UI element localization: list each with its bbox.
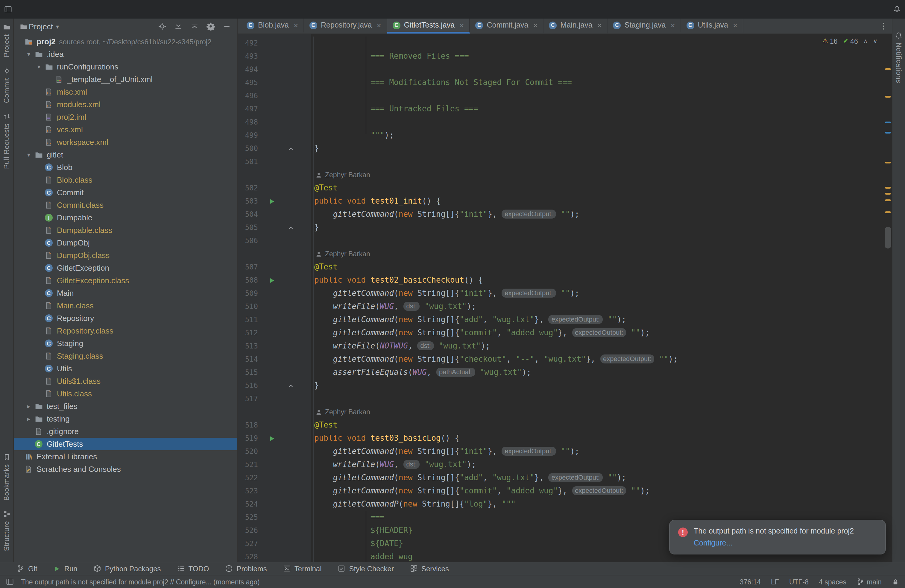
tree-item-repository-class[interactable]: Repository.class bbox=[14, 324, 237, 337]
warnings-indicator[interactable]: ⚠ 16 bbox=[822, 37, 837, 45]
tree-item-dumpobj-class[interactable]: DumpObj.class bbox=[14, 249, 237, 262]
tree-item-template-of-junit-xml[interactable]: _template__of_JUnit.xml bbox=[14, 73, 237, 86]
stripe-button-project[interactable]: Project bbox=[3, 19, 11, 62]
code-rows[interactable]: 492493 === Removed Files ===494495 === M… bbox=[238, 34, 884, 562]
configure-link[interactable]: Configure... bbox=[694, 539, 854, 547]
close-tab-icon[interactable]: × bbox=[670, 21, 675, 30]
tree-item-runconfigurations[interactable]: ▾runConfigurations bbox=[14, 60, 237, 73]
tree-item-staging-class[interactable]: Staging.class bbox=[14, 350, 237, 362]
tree-chevron-icon[interactable]: ▾ bbox=[24, 151, 33, 158]
tool-window-button-todo[interactable]: TODO bbox=[177, 564, 209, 573]
tree-item-gitletexception[interactable]: CGitletException bbox=[14, 262, 237, 274]
prev-problem-button[interactable]: ∧ bbox=[864, 38, 868, 44]
stripe-button-bookmarks[interactable]: Bookmarks bbox=[3, 448, 11, 505]
editor-body[interactable]: 492493 === Removed Files ===494495 === M… bbox=[238, 34, 892, 562]
tree-item-blob[interactable]: CBlob bbox=[14, 161, 237, 174]
stripe-mark[interactable] bbox=[885, 211, 891, 213]
status-message[interactable]: The output path is not specified for mod… bbox=[21, 578, 260, 585]
tree-item-test-files[interactable]: ▸test_files bbox=[14, 400, 237, 413]
tree-item-external-libraries[interactable]: External Libraries bbox=[14, 450, 237, 463]
tree-chevron-icon[interactable]: ▸ bbox=[24, 416, 33, 422]
close-tab-icon[interactable]: × bbox=[533, 21, 538, 30]
window-layout-icon[interactable] bbox=[6, 578, 14, 586]
line-separator[interactable]: LF bbox=[771, 578, 779, 585]
stripe-mark[interactable] bbox=[885, 193, 891, 195]
error-stripe[interactable] bbox=[884, 34, 892, 562]
tree-item-staging[interactable]: CStaging bbox=[14, 337, 237, 350]
run-test-button[interactable] bbox=[269, 198, 275, 207]
tool-window-button-terminal[interactable]: Terminal bbox=[283, 564, 322, 573]
tree-item-gitlettests[interactable]: CGitletTests bbox=[14, 438, 237, 450]
lock-indicator[interactable] bbox=[892, 578, 899, 585]
hide-panel-button[interactable] bbox=[223, 22, 231, 30]
tool-window-button-style-checker[interactable]: Style Checker bbox=[338, 564, 394, 573]
editor-tab-commit-java[interactable]: CCommit.java× bbox=[470, 19, 543, 33]
chevron-down-icon[interactable]: ▾ bbox=[56, 23, 59, 30]
close-tab-icon[interactable]: × bbox=[377, 21, 381, 30]
panel-settings-button[interactable] bbox=[206, 22, 215, 30]
tree-chevron-icon[interactable]: ▸ bbox=[24, 403, 33, 410]
next-problem-button[interactable]: ∨ bbox=[873, 38, 878, 44]
tree-item-vcs-xml[interactable]: vcs.xml bbox=[14, 123, 237, 136]
tool-window-button-services[interactable]: Services bbox=[410, 564, 449, 573]
indent-style[interactable]: 4 spaces bbox=[819, 578, 846, 585]
tree-item-main[interactable]: CMain bbox=[14, 287, 237, 299]
editor-tab-main-java[interactable]: CMain.java× bbox=[544, 19, 608, 33]
collapse-all-button[interactable] bbox=[191, 22, 199, 30]
close-tab-icon[interactable]: × bbox=[733, 21, 737, 30]
tree-item-workspace-xml[interactable]: workspace.xml bbox=[14, 136, 237, 148]
stripe-mark[interactable] bbox=[885, 122, 891, 123]
tool-windows-icon[interactable] bbox=[4, 5, 12, 13]
tree-item-commit[interactable]: CCommit bbox=[14, 186, 237, 199]
stripe-mark[interactable] bbox=[885, 68, 891, 70]
tree-item-main-class[interactable]: Main.class bbox=[14, 299, 237, 312]
tool-window-button-problems[interactable]: Problems bbox=[225, 564, 267, 573]
inspections-widget[interactable]: ⚠ 16 ✔ 46 ∧ ∨ bbox=[822, 37, 878, 45]
stripe-button-pull-requests[interactable]: Pull Requests bbox=[3, 108, 11, 173]
fold-region-icon[interactable] bbox=[288, 145, 294, 154]
editor-tab-blob-java[interactable]: CBlob.java× bbox=[241, 19, 304, 33]
fold-region-icon[interactable] bbox=[288, 224, 294, 233]
editor-tab-utils-java[interactable]: CUtils.java× bbox=[681, 19, 744, 33]
tree-item-gitignore[interactable]: .gitignore bbox=[14, 425, 237, 438]
tool-window-button-run[interactable]: Run bbox=[54, 564, 78, 573]
tree-item-gitletexception-class[interactable]: GitletException.class bbox=[14, 274, 237, 287]
tree-item-utils-class[interactable]: Utils.class bbox=[14, 388, 237, 400]
expand-all-button[interactable] bbox=[174, 22, 183, 30]
select-opened-file-button[interactable] bbox=[158, 22, 167, 30]
tree-item-repository[interactable]: CRepository bbox=[14, 312, 237, 324]
tree-item-modules-xml[interactable]: modules.xml bbox=[14, 98, 237, 111]
fold-region-icon[interactable] bbox=[288, 382, 294, 391]
stripe-button-commit[interactable]: Commit bbox=[3, 62, 11, 108]
tree-chevron-icon[interactable]: ▾ bbox=[24, 51, 33, 57]
passed-indicator[interactable]: ✔ 46 bbox=[843, 37, 858, 45]
run-test-button[interactable] bbox=[269, 435, 275, 444]
tree-item-commit-class[interactable]: Commit.class bbox=[14, 199, 237, 211]
stripe-button-notifications[interactable]: Notifications bbox=[895, 27, 903, 88]
stripe-mark[interactable] bbox=[885, 132, 891, 133]
close-tab-icon[interactable]: × bbox=[459, 21, 464, 30]
tree-item-blob-class[interactable]: Blob.class bbox=[14, 174, 237, 186]
tree-item-gitlet[interactable]: ▾gitlet bbox=[14, 148, 237, 161]
file-encoding[interactable]: UTF-8 bbox=[789, 578, 809, 585]
editor-tab-gitlettests-java[interactable]: CGitletTests.java× bbox=[387, 19, 470, 33]
close-tab-icon[interactable]: × bbox=[597, 21, 602, 30]
scrollbar-thumb[interactable] bbox=[884, 227, 891, 248]
stripe-button-structure[interactable]: Structure bbox=[3, 505, 11, 556]
stripe-mark[interactable] bbox=[885, 96, 891, 98]
tree-chevron-icon[interactable]: ▾ bbox=[34, 64, 44, 70]
tree-item-dumpobj[interactable]: CDumpObj bbox=[14, 237, 237, 249]
tree-item-dumpable-class[interactable]: Dumpable.class bbox=[14, 224, 237, 237]
tree-item-testing[interactable]: ▸testing bbox=[14, 413, 237, 425]
tree-item-proj2[interactable]: proj2sources root, ~/Desktop/cs61bl/su22… bbox=[14, 35, 237, 48]
tree-item-proj2-iml[interactable]: proj2.iml bbox=[14, 111, 237, 123]
tab-options-icon[interactable]: ⋮ bbox=[879, 21, 888, 30]
editor-tab-staging-java[interactable]: CStaging.java× bbox=[608, 19, 681, 33]
tree-item-scratches-and-consoles[interactable]: Scratches and Consoles bbox=[14, 463, 237, 475]
editor-tab-repository-java[interactable]: CRepository.java× bbox=[304, 19, 387, 33]
stripe-mark[interactable] bbox=[885, 162, 891, 164]
git-branch[interactable]: main bbox=[856, 578, 882, 586]
tree-item-dumpable[interactable]: IDumpable bbox=[14, 211, 237, 224]
stripe-mark[interactable] bbox=[885, 199, 891, 201]
tree-item-idea[interactable]: ▾.idea bbox=[14, 48, 237, 60]
